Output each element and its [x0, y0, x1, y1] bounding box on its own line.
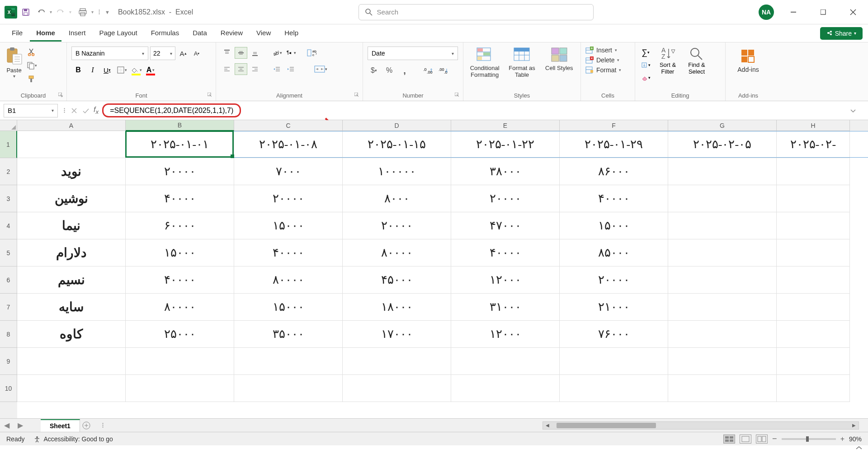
- zoom-slider[interactable]: [782, 438, 836, 440]
- font-dialog-launcher[interactable]: [208, 93, 213, 98]
- decrease-decimal[interactable]: .00.0: [437, 65, 450, 76]
- cell-G3[interactable]: [668, 185, 777, 212]
- cell-G5[interactable]: [668, 239, 777, 266]
- cell-F4[interactable]: ۱۵۰۰۰: [560, 212, 668, 239]
- cell-G2[interactable]: [668, 158, 777, 185]
- tab-review[interactable]: Review: [214, 25, 249, 42]
- alignment-dialog-launcher[interactable]: [354, 93, 360, 98]
- number-format-selector[interactable]: Date▾: [368, 47, 458, 60]
- increase-decimal[interactable]: .0.00: [422, 65, 434, 76]
- cell-A6[interactable]: نسیم: [17, 266, 126, 294]
- cell-C6[interactable]: ۸۰۰۰۰: [234, 266, 343, 294]
- row-header-5[interactable]: 5: [0, 239, 17, 266]
- cell-B2[interactable]: ۲۰۰۰۰: [126, 158, 234, 185]
- row-header-10[interactable]: 10: [0, 375, 17, 402]
- cell-H2[interactable]: [777, 158, 850, 185]
- cell-H10[interactable]: [777, 375, 850, 402]
- cell-C1[interactable]: ۲۰۲۵-۰۱-۰۸: [234, 131, 343, 158]
- cell-G10[interactable]: [668, 375, 777, 402]
- cell-E6[interactable]: ۱۲۰۰۰: [451, 266, 560, 294]
- autosum-button[interactable]: ∑▾: [640, 47, 651, 57]
- row-header-8[interactable]: 8: [0, 321, 17, 348]
- number-dialog-launcher[interactable]: [455, 93, 460, 98]
- cut-button[interactable]: [26, 47, 37, 57]
- user-avatar[interactable]: NA: [759, 5, 774, 20]
- col-header-F[interactable]: F: [560, 120, 668, 131]
- copy-button[interactable]: ▾: [26, 61, 37, 70]
- cell-H6[interactable]: [777, 266, 850, 294]
- italic-button[interactable]: I: [86, 63, 99, 77]
- cell-D2[interactable]: ۱۰۰۰۰۰: [343, 158, 451, 185]
- tab-view[interactable]: View: [250, 25, 277, 42]
- cell-H9[interactable]: [777, 348, 850, 375]
- cell-E7[interactable]: ۳۱۰۰۰: [451, 294, 560, 321]
- format-painter-button[interactable]: [26, 74, 37, 84]
- cell-G4[interactable]: [668, 212, 777, 239]
- col-header-G[interactable]: G: [668, 120, 777, 131]
- cell-B3[interactable]: ۴۰۰۰۰: [126, 185, 234, 212]
- cell-A4[interactable]: نیما: [17, 212, 126, 239]
- cell-A3[interactable]: نوشین: [17, 185, 126, 212]
- cell-B9[interactable]: [126, 348, 234, 375]
- horizontal-scrollbar[interactable]: ◀ ▶: [542, 421, 859, 430]
- cell-G9[interactable]: [668, 348, 777, 375]
- cell-D4[interactable]: ۲۰۰۰۰: [343, 212, 451, 239]
- cell-A1[interactable]: [17, 131, 126, 158]
- search-box[interactable]: Search: [359, 4, 594, 20]
- cell-H4[interactable]: [777, 212, 850, 239]
- cell-D1[interactable]: ۲۰۲۵-۰۱-۱۵: [343, 131, 451, 158]
- accounting-format[interactable]: $▾: [368, 65, 380, 76]
- cell-C8[interactable]: ۳۵۰۰۰: [234, 321, 343, 348]
- close-button[interactable]: [843, 5, 863, 19]
- name-box[interactable]: B1▾: [4, 104, 58, 117]
- align-middle[interactable]: [235, 47, 247, 59]
- minimize-button[interactable]: [783, 5, 804, 19]
- cell-A9[interactable]: [17, 348, 126, 375]
- cell-C4[interactable]: ۱۵۰۰۰: [234, 212, 343, 239]
- paste-button[interactable]: Paste ▾: [5, 44, 24, 79]
- increase-indent[interactable]: [284, 63, 297, 75]
- cell-F10[interactable]: [560, 375, 668, 402]
- row-header-6[interactable]: 6: [0, 266, 17, 294]
- cell-G6[interactable]: [668, 266, 777, 294]
- cell-B6[interactable]: ۴۰۰۰۰: [126, 266, 234, 294]
- col-header-D[interactable]: D: [343, 120, 451, 131]
- row-header-4[interactable]: 4: [0, 212, 17, 239]
- maximize-button[interactable]: [813, 5, 834, 19]
- cell-H5[interactable]: [777, 239, 850, 266]
- orientation-button[interactable]: ab▾: [270, 47, 283, 59]
- cell-C9[interactable]: [234, 348, 343, 375]
- fx-icon[interactable]: fx: [94, 106, 99, 115]
- cell-D8[interactable]: ۱۷۰۰۰: [343, 321, 451, 348]
- row-header-1[interactable]: 1: [0, 131, 17, 158]
- insert-cells-button[interactable]: Insert ▾: [585, 47, 621, 54]
- undo-button[interactable]: [34, 5, 48, 19]
- cell-B7[interactable]: ۸۰۰۰۰: [126, 294, 234, 321]
- sort-filter-button[interactable]: AZ Sort & Filter: [655, 46, 680, 75]
- cell-A8[interactable]: کاوه: [17, 321, 126, 348]
- formula-input[interactable]: =SEQUENCE(1,20,DATE(2025,1,1),7): [102, 103, 847, 117]
- cell-C3[interactable]: ۲۰۰۰۰: [234, 185, 343, 212]
- enter-formula[interactable]: [80, 105, 92, 117]
- share-button[interactable]: Share ▾: [820, 27, 863, 40]
- cell-G8[interactable]: [668, 321, 777, 348]
- cell-E2[interactable]: ۳۸۰۰۰: [451, 158, 560, 185]
- add-sheet-button[interactable]: [80, 419, 93, 432]
- redo-button[interactable]: [54, 5, 67, 19]
- tab-file[interactable]: File: [5, 25, 29, 42]
- delete-cells-button[interactable]: Delete ▾: [585, 56, 621, 64]
- cell-A2[interactable]: نوید: [17, 158, 126, 185]
- cell-F6[interactable]: ۲۰۰۰۰: [560, 266, 668, 294]
- wrap-text-button[interactable]: abc: [304, 47, 321, 59]
- spreadsheet-grid[interactable]: ABCDEFGH 12345678910 ۲۰۲۵-۰۱-۰۱۲۰۲۵-۰۱-۰…: [0, 120, 868, 418]
- comma-format[interactable]: ,: [398, 65, 411, 76]
- font-name-selector[interactable]: B Nazanin▾: [71, 47, 148, 60]
- cell-F2[interactable]: ۸۶۰۰۰: [560, 158, 668, 185]
- zoom-out-button[interactable]: −: [772, 434, 777, 444]
- customize-qat[interactable]: ▼: [105, 9, 110, 15]
- save-button[interactable]: [19, 5, 33, 19]
- tab-formulas[interactable]: Formulas: [145, 25, 186, 42]
- cell-C2[interactable]: ۷۰۰۰: [234, 158, 343, 185]
- col-header-C[interactable]: C: [234, 120, 343, 131]
- cell-D10[interactable]: [343, 375, 451, 402]
